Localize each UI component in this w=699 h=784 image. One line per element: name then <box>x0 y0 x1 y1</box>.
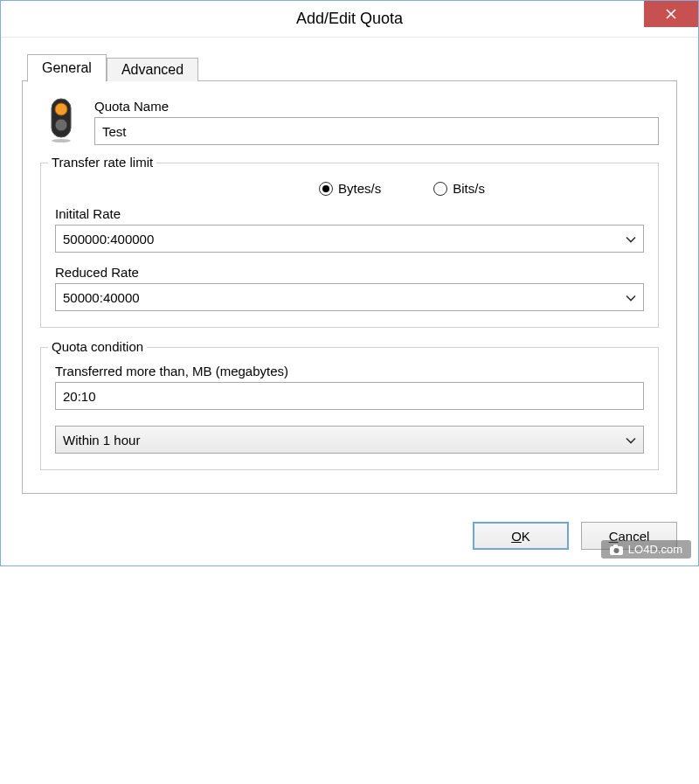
period-combo[interactable]: Within 1 hour <box>55 426 644 454</box>
quota-name-block: Quota Name <box>94 95 659 145</box>
quota-name-label: Quota Name <box>94 99 659 114</box>
chevron-down-icon <box>626 433 636 448</box>
traffic-light-icon <box>40 95 82 144</box>
button-mnemonic: O <box>511 529 522 544</box>
tab-strip: General Advanced <box>27 53 677 81</box>
titlebar: Add/Edit Quota <box>1 1 698 38</box>
quota-name-input[interactable] <box>94 117 659 145</box>
svg-point-2 <box>55 119 67 131</box>
camera-icon <box>610 545 623 555</box>
combo-value: 500000:400000 <box>63 232 154 246</box>
reduced-rate-label: Reduced Rate <box>55 265 644 280</box>
tab-panel-general: Quota Name Transfer rate limit Bytes/s <box>22 80 677 494</box>
dialog-window: Add/Edit Quota General Advanced <box>0 0 699 566</box>
radio-dot-icon <box>433 182 447 196</box>
radio-bits[interactable]: Bits/s <box>433 181 485 196</box>
watermark-badge: LO4D.com <box>601 540 691 559</box>
close-icon <box>666 9 676 19</box>
tab-general[interactable]: General <box>27 54 107 82</box>
group-legend: Transfer rate limit <box>48 155 156 170</box>
initial-rate-combo[interactable]: 500000:400000 <box>55 225 644 253</box>
client-area: General Advanced <box>1 38 698 510</box>
radio-bytes[interactable]: Bytes/s <box>319 181 381 196</box>
radio-dot-icon <box>319 182 333 196</box>
tab-control: General Advanced <box>22 53 677 494</box>
tab-label: Advanced <box>121 62 183 77</box>
radio-label: Bits/s <box>453 181 485 196</box>
unit-radio-row: Bytes/s Bits/s <box>160 181 644 196</box>
combo-value: Within 1 hour <box>63 433 140 448</box>
svg-rect-5 <box>613 545 618 547</box>
chevron-down-icon <box>626 232 636 246</box>
transferred-more-label: Transferred more than, MB (megabytes) <box>55 364 644 378</box>
radio-label: Bytes/s <box>338 181 381 196</box>
svg-point-6 <box>613 548 619 553</box>
close-button[interactable] <box>644 1 698 27</box>
svg-point-1 <box>55 103 67 115</box>
quota-name-row: Quota Name <box>40 95 659 145</box>
tab-advanced[interactable]: Advanced <box>107 58 198 81</box>
button-label-rest: K <box>522 529 530 544</box>
group-transfer-rate: Transfer rate limit Bytes/s Bits/s Initi… <box>40 163 659 328</box>
tab-label: General <box>42 60 92 75</box>
combo-value: 50000:40000 <box>63 290 140 305</box>
watermark-text: LO4D.com <box>628 543 682 556</box>
transferred-amount-input[interactable] <box>55 382 644 410</box>
group-legend: Quota condition <box>48 339 147 354</box>
dialog-button-row: OK Cancel <box>1 510 698 565</box>
ok-button[interactable]: OK <box>473 522 569 550</box>
group-quota-condition: Quota condition Transferred more than, M… <box>40 347 659 470</box>
svg-point-3 <box>52 139 71 142</box>
initial-rate-label: Initital Rate <box>55 206 644 221</box>
reduced-rate-combo[interactable]: 50000:40000 <box>55 283 644 311</box>
chevron-down-icon <box>626 290 636 305</box>
window-title: Add/Edit Quota <box>296 10 403 28</box>
